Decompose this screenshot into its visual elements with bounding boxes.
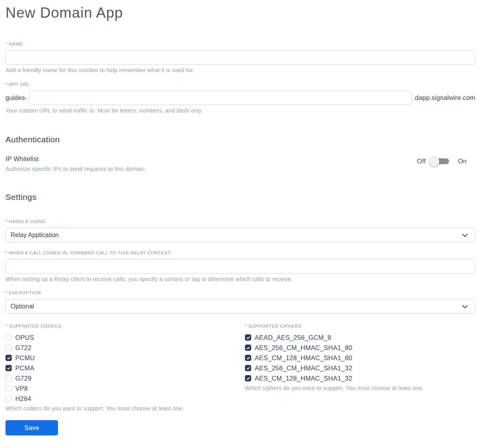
checkbox-label: VP8: [15, 385, 28, 392]
checkbox-label: PCMU: [15, 354, 35, 362]
relay-context-label: * WHEN A CALL COMES IN, FORWARD CALL TO …: [5, 250, 475, 255]
app-url-helper: Your custom URL to send traffic to. Must…: [5, 107, 475, 114]
checkbox[interactable]: [245, 355, 251, 361]
checkbox-label: AES_256_CM_HMAC_SHA1_32: [255, 365, 352, 372]
checkbox-row[interactable]: G722: [5, 343, 245, 353]
checkbox-row[interactable]: VP8: [5, 383, 245, 394]
checkbox-row[interactable]: AES_256_CM_HMAC_SHA1_80: [245, 343, 475, 353]
checkbox[interactable]: [245, 345, 251, 351]
ip-whitelist-helper: Authorize specific IPs to send requests …: [5, 166, 146, 172]
new-domain-app-page: New Domain App * NAME Add a friendly nam…: [0, 0, 482, 443]
ciphers-list: AEAD_AES_256_GCM_8 AES_256_CM_HMAC_SHA1_…: [245, 332, 475, 383]
checkbox-row[interactable]: AES_CM_128_HMAC_SHA1_80: [245, 353, 475, 363]
checkbox[interactable]: [5, 334, 12, 341]
ip-whitelist-toggle-group: Off On: [417, 158, 467, 165]
supported-codecs-group: * SUPPORTED CODECS OPUS G722 PCMU: [5, 324, 245, 412]
checkbox-label: H264: [15, 395, 31, 403]
checkbox[interactable]: [245, 375, 251, 381]
checkbox-label: PCMA: [15, 365, 34, 372]
checkbox[interactable]: [5, 345, 12, 351]
checkbox-row[interactable]: PCMU: [5, 353, 245, 363]
checkbox-row[interactable]: AEAD_AES_256_GCM_8: [245, 332, 475, 343]
toggle-knob[interactable]: [429, 156, 439, 166]
codecs-helper: Which codecs do you want to support. You…: [5, 405, 245, 412]
ip-whitelist-text: IP Whitelist Authorize specific IPs to s…: [5, 155, 146, 172]
handle-using-selected-value: Relay Application: [11, 232, 59, 239]
app-url-row: guides- .dapp.signalwire.com: [5, 91, 475, 105]
checkbox-label: G722: [15, 344, 32, 352]
ip-whitelist-toggle[interactable]: [432, 158, 449, 164]
handle-using-group: * HANDLE USING Relay Application: [5, 219, 475, 242]
checkbox[interactable]: [5, 365, 12, 371]
app-url-field-label: * APP URL: [5, 82, 475, 87]
supported-codecs-label: * SUPPORTED CODECS: [5, 324, 245, 328]
checkbox[interactable]: [5, 375, 12, 381]
checkbox-row[interactable]: H264: [5, 394, 245, 404]
checkbox-row[interactable]: PCMA: [5, 363, 245, 373]
name-input[interactable]: [5, 50, 475, 65]
checkbox-label: AES_CM_128_HMAC_SHA1_80: [255, 354, 352, 362]
checkbox-row[interactable]: G729: [5, 373, 245, 383]
ip-whitelist-label: IP Whitelist: [5, 155, 146, 163]
toggle-on-label: On: [458, 158, 467, 165]
page-title: New Domain App: [5, 4, 475, 22]
chevron-down-icon: [462, 232, 468, 239]
name-field-group: * NAME Add a friendly name for this numb…: [5, 42, 475, 73]
checkbox[interactable]: [5, 355, 12, 361]
name-field-label: * NAME: [5, 42, 475, 46]
toggle-off-label: Off: [417, 158, 426, 165]
relay-context-input[interactable]: [5, 259, 475, 274]
checkbox-row[interactable]: AES_CM_128_HMAC_SHA1_32: [245, 373, 475, 383]
chevron-down-icon: [462, 303, 468, 310]
app-url-prefix: guides-: [5, 94, 27, 102]
checkbox-label: AEAD_AES_256_GCM_8: [255, 334, 331, 341]
name-field-helper: Add a friendly name for this number to h…: [5, 67, 475, 73]
checkbox-row[interactable]: OPUS: [5, 332, 245, 343]
encryption-label: * ENCRYPTION: [5, 290, 475, 295]
handle-using-select[interactable]: Relay Application: [5, 228, 475, 242]
supported-ciphers-group: * SUPPORTED CIPHERS AEAD_AES_256_GCM_8 A…: [245, 324, 475, 391]
checkbox-row[interactable]: AES_256_CM_HMAC_SHA1_32: [245, 363, 475, 373]
authentication-heading: Authentication: [5, 135, 475, 144]
encryption-select[interactable]: Optional: [5, 299, 475, 314]
app-url-suffix: .dapp.signalwire.com: [413, 94, 475, 102]
relay-context-helper: When setting up a Relay client to receiv…: [5, 276, 475, 282]
ciphers-helper: Which ciphers do you want to support. Yo…: [245, 385, 475, 391]
relay-context-group: * WHEN A CALL COMES IN, FORWARD CALL TO …: [5, 250, 475, 282]
settings-heading: Settings: [5, 192, 475, 202]
checkbox[interactable]: [245, 334, 251, 341]
checkbox-label: OPUS: [15, 334, 34, 341]
codecs-ciphers-section: * SUPPORTED CODECS OPUS G722 PCMU: [5, 324, 475, 412]
encryption-group: * ENCRYPTION Optional: [5, 290, 475, 314]
checkbox-label: G729: [15, 375, 32, 382]
encryption-selected-value: Optional: [11, 303, 34, 310]
app-url-field-group: * APP URL guides- .dapp.signalwire.com Y…: [5, 82, 475, 114]
checkbox[interactable]: [245, 365, 251, 371]
checkbox-label: AES_256_CM_HMAC_SHA1_80: [255, 344, 352, 352]
codecs-list: OPUS G722 PCMU PCMA G729: [5, 332, 245, 404]
app-url-input[interactable]: [29, 91, 411, 105]
save-button[interactable]: Save: [5, 420, 58, 435]
handle-using-label: * HANDLE USING: [5, 219, 475, 224]
checkbox[interactable]: [5, 385, 12, 392]
ip-whitelist-row: IP Whitelist Authorize specific IPs to s…: [5, 155, 475, 172]
supported-ciphers-label: * SUPPORTED CIPHERS: [245, 324, 475, 328]
checkbox-label: AES_CM_128_HMAC_SHA1_32: [255, 375, 352, 382]
checkbox[interactable]: [5, 395, 12, 402]
